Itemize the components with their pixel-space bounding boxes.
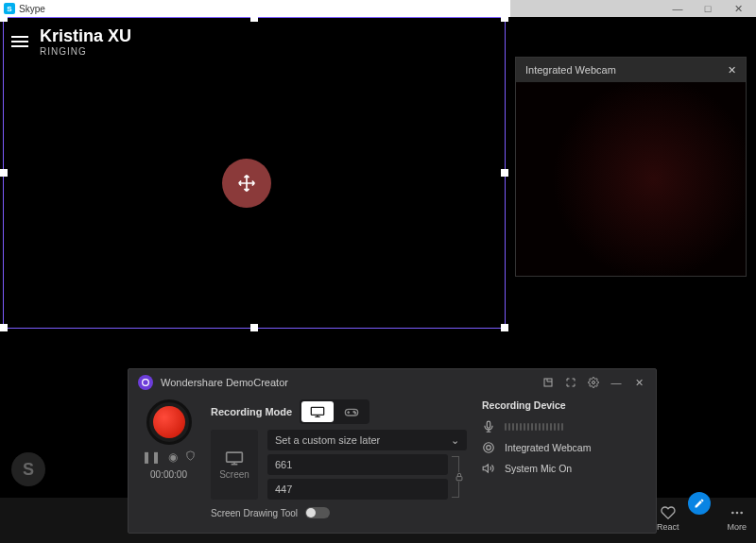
drawing-toggle[interactable] (305, 507, 330, 518)
device-title: Recording Device (482, 399, 643, 411)
democreator-logo-icon (138, 375, 153, 390)
heart-icon (661, 505, 676, 520)
react-label: React (657, 522, 679, 532)
svg-point-2 (740, 512, 743, 515)
device-column: Recording Device Integrated Webcam Syste… (482, 399, 643, 518)
svg-point-1 (735, 512, 738, 515)
camera-device-label: Integrated Webcam (505, 442, 591, 453)
size-inputs: Set a custom size later ⌄ 661 447 (267, 430, 467, 500)
caller-info: Kristina XU RINGING (40, 26, 131, 57)
move-icon (237, 174, 256, 193)
minimize-button[interactable]: — (609, 375, 624, 390)
lock-icon (455, 472, 464, 482)
record-timer: 00:00:00 (150, 469, 187, 480)
svg-point-14 (487, 446, 491, 450)
stop-button[interactable]: ◉ (168, 450, 178, 464)
record-button[interactable] (146, 399, 192, 445)
settings-button[interactable] (586, 375, 601, 390)
democreator-title: Wondershare DemoCreator (161, 377, 288, 388)
democreator-body: ❚❚ ◉ 00:00:00 Recording Mode (129, 396, 656, 526)
record-controls: ❚❚ ◉ (142, 450, 196, 464)
gamepad-icon (344, 406, 359, 417)
camera-device-row[interactable]: Integrated Webcam (482, 441, 643, 454)
width-value: 661 (275, 459, 292, 470)
record-column: ❚❚ ◉ 00:00:00 (142, 399, 196, 518)
height-value: 447 (275, 484, 292, 495)
caller-name: Kristina XU (40, 26, 131, 46)
monitor-icon (225, 450, 244, 466)
react-button[interactable]: React (657, 505, 679, 532)
settings-column: Recording Mode Screen Set (211, 399, 467, 518)
webcam-preview (516, 82, 746, 276)
screen-size-row: Screen Set a custom size later ⌄ 661 447 (211, 430, 467, 500)
skype-logo-icon: S (4, 3, 15, 14)
right-window-title-bar: — □ ✕ (510, 0, 756, 17)
pause-button[interactable]: ❚❚ (142, 450, 161, 464)
call-actions: React More (657, 505, 747, 532)
webcam-title: Integrated Webcam (525, 64, 616, 76)
svg-rect-12 (487, 421, 490, 428)
menu-icon[interactable] (11, 36, 28, 47)
audio-device-label: System Mic On (505, 463, 572, 474)
size-preset-value: Set a custom size later (275, 434, 380, 446)
monitor-icon (310, 406, 325, 417)
record-icon (153, 406, 185, 438)
mic-icon (482, 420, 495, 433)
height-input[interactable]: 447 (267, 479, 448, 500)
call-header: Kristina XU RINGING (11, 26, 131, 57)
audio-device-row[interactable]: System Mic On (482, 462, 643, 475)
close-button[interactable]: ✕ (730, 3, 747, 15)
skype-app-name: Skype (19, 4, 45, 14)
minimize-button[interactable]: — (669, 3, 686, 14)
width-input[interactable]: 661 (267, 454, 448, 475)
svg-rect-11 (456, 477, 462, 481)
mode-game-button[interactable] (335, 401, 368, 422)
fullscreen-button[interactable] (563, 375, 578, 390)
skype-title-bar: S Skype (0, 0, 510, 17)
webcam-close-button[interactable]: ✕ (728, 64, 736, 76)
recording-mode-label: Recording Mode (211, 406, 292, 417)
webcam-panel: Integrated Webcam ✕ (515, 57, 747, 277)
screen-label: Screen (219, 469, 249, 480)
democreator-header[interactable]: Wondershare DemoCreator — ✕ (129, 369, 656, 396)
svg-rect-6 (312, 407, 324, 415)
mode-screen-button[interactable] (301, 401, 334, 422)
more-button[interactable]: More (727, 505, 747, 532)
more-icon (730, 505, 745, 520)
democreator-panel: Wondershare DemoCreator — ✕ ❚❚ ◉ 00:00:0… (128, 368, 657, 534)
mode-buttons (300, 399, 369, 424)
mic-level-row (482, 420, 643, 433)
shield-icon (185, 450, 196, 461)
shield-button[interactable] (185, 450, 196, 464)
webcam-header: Integrated Webcam ✕ (516, 58, 746, 82)
svg-point-5 (593, 382, 595, 384)
speaker-icon (482, 462, 495, 475)
recording-mode-row: Recording Mode (211, 399, 467, 424)
skype-bubble-icon[interactable]: S (11, 452, 45, 486)
maximize-button[interactable]: □ (699, 3, 716, 14)
svg-rect-4 (544, 379, 552, 386)
aspect-lock-button[interactable] (452, 454, 467, 500)
skype-call-area: Kristina XU RINGING (0, 17, 510, 331)
chevron-down-icon: ⌄ (451, 434, 459, 447)
svg-point-13 (484, 443, 494, 453)
screen-source-button[interactable]: Screen (211, 430, 258, 500)
mic-level-meter (505, 423, 563, 431)
popout-button[interactable] (541, 375, 556, 390)
camera-icon (482, 441, 495, 454)
more-label: More (727, 522, 747, 532)
size-preset-select[interactable]: Set a custom size later ⌄ (267, 430, 467, 450)
call-status: RINGING (40, 46, 131, 57)
svg-rect-10 (227, 452, 243, 462)
drawing-label: Screen Drawing Tool (211, 508, 298, 518)
close-button[interactable]: ✕ (631, 375, 646, 390)
drawing-tool-row: Screen Drawing Tool (211, 507, 467, 518)
move-handle[interactable] (222, 159, 271, 208)
svg-point-9 (355, 413, 356, 414)
svg-point-3 (143, 380, 149, 386)
svg-point-0 (731, 512, 734, 515)
